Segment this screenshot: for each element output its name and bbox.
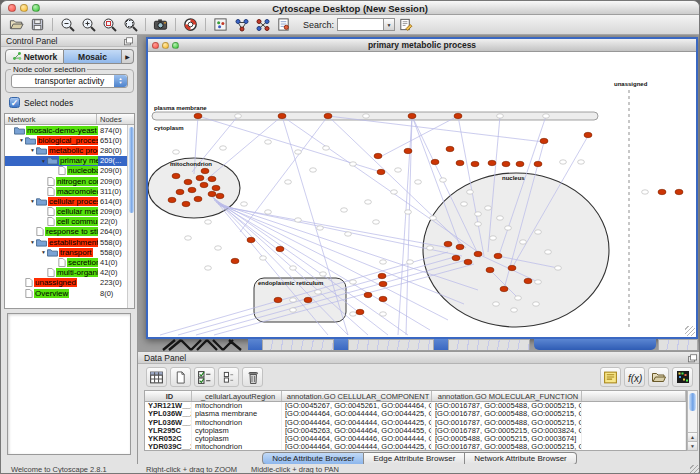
network-node-red[interactable]	[494, 253, 502, 258]
minimize-network-window-icon[interactable]	[162, 42, 169, 49]
network-node-red[interactable]	[431, 159, 439, 164]
tab-mosaic[interactable]: Mosaic	[64, 49, 122, 64]
search-input[interactable]	[337, 18, 383, 31]
tree-row[interactable]: response to stimul264(0)	[5, 227, 134, 237]
network-node-white[interactable]	[295, 150, 302, 154]
background-window-fragment[interactable]	[448, 339, 530, 350]
network-node-red[interactable]	[378, 273, 386, 278]
background-window-fragment[interactable]	[262, 339, 334, 350]
save-icon[interactable]	[27, 16, 48, 34]
expander-triangle-icon[interactable]: ▼	[29, 239, 36, 245]
network-node-white[interactable]	[395, 168, 402, 172]
expander-triangle-icon[interactable]: ▼	[29, 198, 36, 204]
network-node-red[interactable]	[212, 185, 220, 190]
tree-row[interactable]: ▼biological_process651(0)	[5, 135, 134, 145]
network-node-white[interactable]	[475, 212, 482, 216]
network-node-white[interactable]	[430, 216, 437, 220]
network-node-white[interactable]	[520, 240, 527, 244]
network-node-white[interactable]	[350, 280, 357, 284]
tree-row[interactable]: ▼metabolic process280(0)	[5, 145, 134, 155]
network-node-red[interactable]	[364, 292, 372, 297]
network-node-red[interactable]	[377, 169, 385, 174]
network-node-white[interactable]	[485, 206, 492, 210]
network-node-white[interactable]	[511, 308, 518, 312]
zoom-fit-icon[interactable]	[120, 16, 141, 34]
network-node-white[interactable]	[235, 114, 242, 118]
tree-row[interactable]: macromolecule311(0)	[5, 186, 134, 196]
table-row[interactable]: YDR039C__1mitochondrion[GO:0044464, GO:0…	[145, 443, 686, 451]
network-node-white[interactable]	[497, 216, 504, 220]
zoom-in-icon[interactable]	[78, 16, 99, 34]
network-node-white[interactable]	[323, 146, 330, 150]
network-node-white[interactable]	[215, 246, 222, 250]
scroll-up-icon[interactable]: ▲	[688, 432, 697, 441]
tree-row[interactable]: ▼establishment of lo558(0)	[5, 237, 134, 247]
network-node-white[interactable]	[205, 220, 212, 224]
network-node-white[interactable]	[205, 266, 212, 270]
network-node-white[interactable]	[365, 200, 372, 204]
layout-red-icon[interactable]	[252, 16, 273, 34]
network-node-red[interactable]	[274, 297, 282, 302]
tab-overflow-arrow-icon[interactable]: ▶	[122, 49, 134, 64]
new-attr-icon[interactable]	[170, 367, 191, 387]
network-node-white[interactable]	[560, 160, 567, 164]
network-node-white[interactable]	[405, 210, 412, 214]
network-node-red[interactable]	[675, 189, 683, 194]
network-node-red[interactable]	[408, 113, 416, 118]
network-node-red[interactable]	[456, 160, 464, 165]
tree-row[interactable]: cellular metabo209(0)	[5, 207, 134, 217]
expander-triangle-icon[interactable]: ▼	[40, 249, 47, 255]
network-node-white[interactable]	[295, 218, 302, 222]
network-node-white[interactable]	[265, 210, 272, 214]
network-node-red[interactable]	[196, 175, 204, 180]
background-window-fragment[interactable]	[348, 339, 434, 350]
tree-row[interactable]: nucleobase-209(0)	[5, 166, 134, 176]
delete-attr-icon[interactable]	[242, 367, 263, 387]
tree-row[interactable]: mosaic-demo-yeast874(0)	[5, 125, 134, 135]
network-node-white[interactable]	[260, 256, 267, 260]
network-node-red[interactable]	[658, 189, 666, 194]
network-node-white[interactable]	[290, 308, 297, 312]
network-node-red[interactable]	[208, 191, 216, 196]
tree-row[interactable]: nitrogen compo209(0)	[5, 176, 134, 186]
network-node-red[interactable]	[488, 160, 496, 165]
network-window-titlebar[interactable]: primary metabolic process	[148, 39, 696, 52]
network-node-red[interactable]	[278, 113, 286, 118]
network-node-red[interactable]	[324, 113, 332, 118]
network-node-red[interactable]	[182, 201, 190, 206]
network-node-white[interactable]	[475, 222, 482, 226]
unselect-attr-icon[interactable]	[218, 367, 239, 387]
network-node-white[interactable]	[345, 232, 352, 236]
tree-row[interactable]: ▼cellular process614(0)	[5, 196, 134, 206]
network-node-red[interactable]	[379, 296, 387, 301]
network-node-white[interactable]	[290, 266, 297, 270]
network-node-white[interactable]	[350, 162, 357, 166]
network-node-red[interactable]	[247, 237, 255, 242]
network-node-red[interactable]	[176, 189, 184, 194]
network-node-white[interactable]	[407, 260, 414, 264]
table-row[interactable]: YPL036W__1mitochondrion[GO:0044464, GO:0…	[145, 419, 686, 427]
zoom-selected-icon[interactable]	[99, 16, 120, 34]
tree-row[interactable]: unassigned223(0)	[5, 278, 134, 288]
network-node-red[interactable]	[276, 246, 284, 251]
network-node-white[interactable]	[545, 250, 552, 254]
network-node-red[interactable]	[194, 113, 202, 118]
network-node-red[interactable]	[208, 176, 216, 181]
tab-network[interactable]: Network	[5, 49, 64, 64]
network-node-red[interactable]	[456, 244, 464, 249]
window-resize-grip[interactable]	[685, 326, 695, 336]
network-node-red[interactable]	[464, 259, 472, 264]
zoom-network-window-icon[interactable]	[172, 42, 179, 49]
network-node-red[interactable]	[200, 182, 208, 187]
network-node-red[interactable]	[452, 255, 460, 260]
network-node-red[interactable]	[404, 148, 412, 153]
close-network-window-icon[interactable]	[152, 42, 159, 49]
network-node-red[interactable]	[502, 161, 510, 166]
network-node-white[interactable]	[317, 226, 324, 230]
layout-blue-icon[interactable]	[231, 16, 252, 34]
network-node-white[interactable]	[515, 296, 522, 300]
label-note-icon[interactable]	[600, 367, 621, 387]
network-node-red[interactable]	[194, 196, 202, 201]
network-node-white[interactable]	[535, 230, 542, 234]
tree-row[interactable]: multi-organism pro42(0)	[5, 268, 134, 278]
